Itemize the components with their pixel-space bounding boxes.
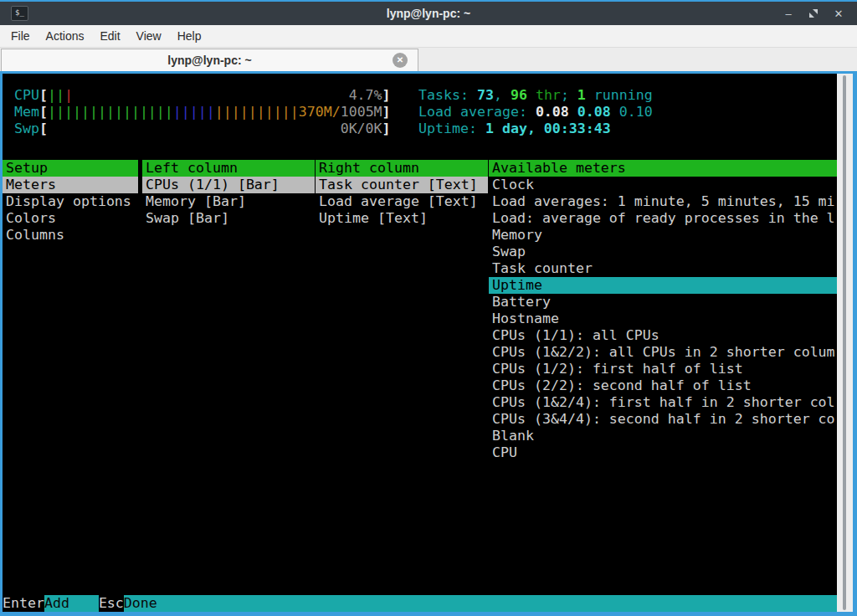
- tab-bar: lynp@lyn-pc: ~ ✕: [0, 48, 857, 71]
- menu-item-file[interactable]: File: [11, 29, 30, 43]
- faction-done[interactable]: Done: [124, 595, 837, 612]
- list-item-hostname[interactable]: Hostname: [489, 311, 837, 327]
- list-item-memory-bar[interactable]: Memory [Bar]: [142, 193, 315, 210]
- function-bar: EnterAddEscDone: [3, 595, 837, 612]
- list-item-cpus-1-1-all-cpus[interactable]: CPUs (1/1): all CPUs: [489, 327, 837, 344]
- htop-screen: CPU[|||4.7%]Mem[||||||||||||||||||||||||…: [3, 74, 837, 612]
- mem-meter-value: 370M/1005M: [299, 104, 382, 121]
- list-item-blank[interactable]: Blank: [489, 428, 837, 444]
- list-item-memory[interactable]: Memory: [489, 227, 837, 244]
- list-item-clock[interactable]: Clock: [489, 177, 837, 193]
- panel-setup: SetupMetersDisplay optionsColorsColumns: [3, 160, 138, 244]
- close-button[interactable]: ✕: [832, 8, 845, 20]
- window-title: lynp@lyn-pc: ~: [0, 7, 857, 20]
- list-item-battery[interactable]: Battery: [489, 294, 837, 311]
- meters-column-right: Tasks: 73, 96 thr; 1 runningLoad average…: [418, 87, 653, 137]
- list-item-cpus-1-2-4-first-half-in-2-shorter-col[interactable]: CPUs (1&2/4): first half in 2 shorter co…: [489, 394, 837, 411]
- load-average-info: Load average: 0.08 0.08 0.10: [418, 104, 653, 121]
- list-item-uptime-text[interactable]: Uptime [Text]: [316, 210, 488, 227]
- menu-item-edit[interactable]: Edit: [100, 29, 120, 43]
- list-item-load-averages-1-minute-5-minutes-15-mi[interactable]: Load averages: 1 minute, 5 minutes, 15 m…: [489, 193, 837, 210]
- menu-item-actions[interactable]: Actions: [46, 29, 85, 43]
- panel-available-meters: Available metersClockLoad averages: 1 mi…: [489, 160, 837, 461]
- restore-icon: [808, 8, 819, 18]
- panel-header-left-column: Left column: [142, 160, 315, 177]
- list-item-cpus-3-4-4-second-half-in-2-shorter-co[interactable]: CPUs (3&4/4): second half in 2 shorter c…: [489, 411, 837, 428]
- list-item-task-counter-text[interactable]: Task counter [Text]: [316, 177, 488, 193]
- cpu-meter-value: 4.7%: [349, 87, 382, 104]
- panel-left-column: Left columnCPUs (1/1) [Bar]Memory [Bar]S…: [142, 160, 315, 227]
- uptime-info: Uptime: 1 day, 00:33:43: [418, 121, 653, 137]
- fkey-enter[interactable]: Enter: [3, 595, 44, 612]
- mem-meter: Mem[||||||||||||||||||||||||||||||370M/1…: [14, 104, 391, 121]
- tab-title: lynp@lyn-pc: ~: [167, 54, 251, 67]
- list-item-columns[interactable]: Columns: [3, 227, 138, 244]
- panel-header-setup: Setup: [3, 160, 138, 177]
- list-item-cpu[interactable]: CPU: [489, 444, 837, 461]
- list-item-cpus-1-2-2-all-cpus-in-2-shorter-colum[interactable]: CPUs (1&2/2): all CPUs in 2 shorter colu…: [489, 344, 837, 361]
- mem-meter-bars: ||||||||||||||||||||||||||||||: [48, 104, 299, 121]
- list-item-meters[interactable]: Meters: [3, 177, 138, 193]
- window-titlebar[interactable]: $_ lynp@lyn-pc: ~ – ✕: [0, 0, 857, 25]
- tasks-info: Tasks: 73, 96 thr; 1 running: [418, 87, 653, 104]
- list-item-load-average-of-ready-processes-in-the-l[interactable]: Load: average of ready processes in the …: [489, 210, 837, 227]
- tab-close-button[interactable]: ✕: [393, 53, 408, 68]
- cpu-meter: CPU[|||4.7%]: [14, 87, 391, 104]
- list-item-cpus-2-2-second-half-of-list[interactable]: CPUs (2/2): second half of list: [489, 377, 837, 394]
- swp-meter: Swp[0K/0K]: [14, 121, 391, 137]
- list-item-uptime[interactable]: Uptime: [489, 277, 837, 294]
- fkey-esc[interactable]: Esc: [99, 595, 124, 612]
- list-item-load-average-text[interactable]: Load average [Text]: [316, 193, 488, 210]
- list-item-task-counter[interactable]: Task counter: [489, 260, 837, 277]
- terminal-frame: CPU[|||4.7%]Mem[||||||||||||||||||||||||…: [0, 71, 857, 616]
- swp-meter-value: 0K/0K: [341, 121, 382, 137]
- terminal-window: $_ lynp@lyn-pc: ~ – ✕ FileActionsEditVie…: [0, 0, 857, 616]
- list-item-cpus-1-1-bar[interactable]: CPUs (1/1) [Bar]: [142, 177, 315, 193]
- minimize-button[interactable]: –: [782, 8, 795, 20]
- meters-column-left: CPU[|||4.7%]Mem[||||||||||||||||||||||||…: [14, 87, 391, 137]
- scrollbar-thumb[interactable]: [843, 75, 846, 610]
- panel-header-right-column: Right column: [316, 160, 488, 177]
- menu-bar: FileActionsEditViewHelp: [0, 25, 857, 48]
- terminal-scrollbar[interactable]: [837, 74, 853, 612]
- cpu-meter-bars: |||: [48, 87, 73, 104]
- list-item-display-options[interactable]: Display options: [3, 193, 138, 210]
- terminal-tab[interactable]: lynp@lyn-pc: ~ ✕: [1, 49, 418, 71]
- menu-item-help[interactable]: Help: [177, 29, 202, 43]
- panel-header-available-meters: Available meters: [489, 160, 837, 177]
- list-item-swap-bar[interactable]: Swap [Bar]: [142, 210, 315, 227]
- restore-button[interactable]: [807, 8, 820, 18]
- list-item-colors[interactable]: Colors: [3, 210, 138, 227]
- panel-right-column: Right columnTask counter [Text]Load aver…: [316, 160, 488, 227]
- faction-add[interactable]: Add: [44, 595, 99, 612]
- window-controls: – ✕: [782, 8, 857, 20]
- list-item-swap[interactable]: Swap: [489, 244, 837, 260]
- menu-item-view[interactable]: View: [136, 29, 162, 43]
- list-item-cpus-1-2-first-half-of-list[interactable]: CPUs (1/2): first half of list: [489, 361, 837, 377]
